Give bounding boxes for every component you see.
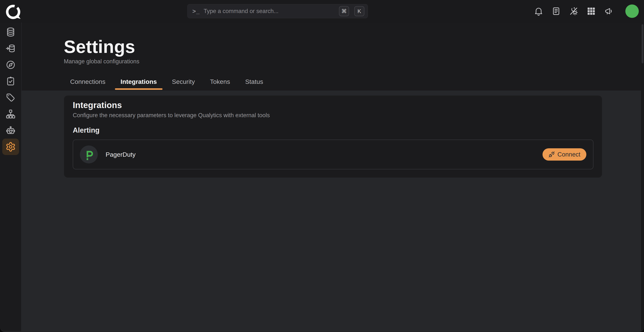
tab-tokens[interactable]: Tokens [204, 78, 236, 90]
main-area: Settings Manage global configurations Co… [22, 22, 641, 331]
sidebar-item-hierarchy[interactable] [2, 106, 19, 122]
announcements-button[interactable] [604, 6, 614, 16]
app-shell: Settings Manage global configurations Co… [0, 22, 644, 331]
page-content: Integrations Configure the necessary par… [22, 91, 641, 331]
card-subtitle: Configure the necessary parameters to le… [73, 112, 594, 119]
megaphone-icon [604, 6, 614, 16]
sidebar-item-explore[interactable] [2, 57, 19, 73]
gear-icon [6, 142, 16, 152]
tab-security[interactable]: Security [166, 78, 200, 90]
integrations-card: Integrations Configure the necessary par… [64, 96, 602, 177]
topbar-actions [534, 0, 639, 22]
card-title: Integrations [73, 100, 594, 111]
connect-label: Connect [558, 151, 580, 158]
integration-identity: PagerDuty [80, 146, 136, 164]
scrollbar-track[interactable] [641, 22, 644, 331]
section-heading-alerting: Alerting [73, 126, 594, 135]
sitemap-icon [6, 109, 16, 119]
qualytics-logo[interactable] [5, 2, 22, 20]
page-header: Settings Manage global configurations Co… [22, 22, 641, 91]
tab-label: Integrations [120, 78, 157, 85]
apps-grid-icon [586, 6, 596, 16]
changelog-button[interactable] [551, 6, 561, 16]
page-subtitle: Manage global configurations [64, 58, 641, 65]
tab-integrations[interactable]: Integrations [115, 78, 162, 90]
topbar: >_ ⌘ K [0, 0, 644, 22]
terminal-prompt-icon: >_ [192, 8, 200, 15]
pagerduty-p-icon [83, 149, 94, 160]
tab-label: Tokens [210, 78, 230, 85]
sidebar-item-source-datastores[interactable] [2, 40, 19, 57]
notifications-button[interactable] [534, 6, 544, 16]
search-input[interactable] [203, 8, 336, 15]
database-import-icon [6, 43, 16, 54]
integration-name: PagerDuty [106, 151, 136, 158]
command-search[interactable]: >_ ⌘ K [187, 4, 368, 18]
theme-toggle-button[interactable] [569, 6, 579, 16]
tab-label: Security [172, 78, 195, 85]
tab-label: Connections [70, 78, 106, 85]
robot-icon [6, 125, 16, 136]
database-icon [6, 27, 16, 37]
settings-tabs: Connections Integrations Security Tokens… [64, 78, 641, 90]
sidebar-item-settings[interactable] [2, 139, 19, 155]
document-icon [551, 6, 561, 16]
sidebar-item-tags[interactable] [2, 89, 19, 106]
active-tab-underline [115, 88, 162, 90]
theme-toggle-icon [569, 6, 578, 16]
sidebar [0, 22, 22, 331]
tag-icon [6, 92, 16, 103]
tab-connections[interactable]: Connections [64, 78, 111, 90]
apps-button[interactable] [586, 6, 596, 16]
tab-label: Status [245, 78, 263, 85]
page-title: Settings [64, 36, 641, 57]
kbd-k: K [354, 6, 364, 16]
connect-button[interactable]: Connect [542, 148, 586, 161]
kbd-cmd: ⌘ [339, 6, 349, 16]
integration-row-pagerduty: PagerDuty Connect [73, 140, 594, 169]
qualytics-q-icon [5, 2, 22, 20]
sidebar-item-datastores[interactable] [2, 24, 19, 40]
pagerduty-logo [80, 146, 98, 164]
app-window: >_ ⌘ K [0, 0, 644, 332]
sidebar-item-checks[interactable] [2, 73, 19, 89]
bell-icon [534, 6, 544, 16]
compass-icon [6, 60, 16, 70]
tab-status[interactable]: Status [240, 78, 269, 90]
clipboard-check-icon [6, 76, 16, 86]
plug-icon [548, 151, 555, 158]
scrollbar-thumb[interactable] [642, 24, 644, 63]
sidebar-item-bot[interactable] [2, 122, 19, 139]
user-avatar[interactable] [625, 4, 639, 18]
